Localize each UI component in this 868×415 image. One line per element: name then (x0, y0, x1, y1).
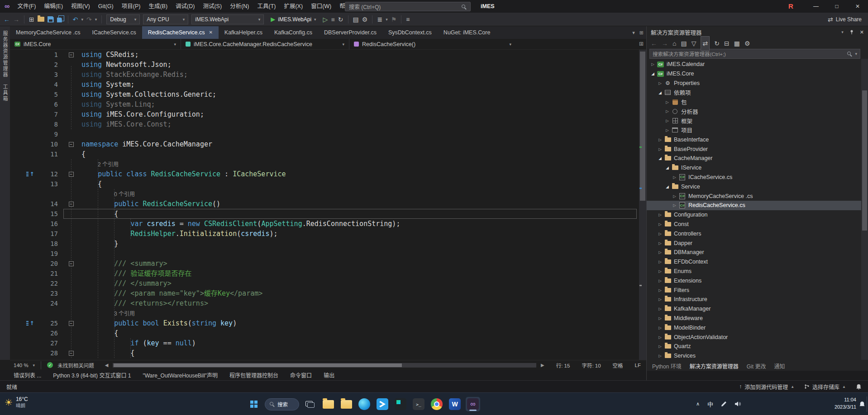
code-editor[interactable]: 1−using CSRedis;2using Newtonsoft.Json;3… (10, 50, 639, 360)
code-text[interactable]: public RedisCacheService() (76, 199, 639, 209)
tree-item[interactable]: ▷KafkaManager (647, 304, 862, 314)
open-folder-icon[interactable] (38, 17, 44, 22)
pycharm-button[interactable] (393, 397, 408, 411)
bottom-tab-1[interactable]: 错误列表 ... (14, 371, 41, 379)
tree-item[interactable]: ▷Quartz (647, 342, 862, 351)
breakpoint-margin[interactable] (10, 249, 24, 259)
taskbar-search[interactable]: 搜索 (265, 398, 299, 410)
scrollbar-thumb[interactable] (862, 90, 867, 231)
menu-item-5[interactable]: 项目(P) (118, 3, 145, 9)
expanded-arrow-icon[interactable]: ◢ (664, 184, 671, 189)
collapsed-arrow-icon[interactable]: ▷ (657, 335, 663, 340)
code-text[interactable]: using Newtonsoft.Json; (76, 60, 639, 70)
back-icon[interactable]: ← (651, 37, 657, 50)
fold-collapse-icon[interactable]: − (69, 351, 74, 356)
panel-tab-1[interactable]: Python 环境 (652, 362, 682, 370)
navigate-forward-icon[interactable]: → (13, 13, 19, 26)
indentation-label[interactable]: 空格 (613, 362, 623, 369)
line-ending-label[interactable]: LF (635, 363, 641, 368)
code-text[interactable]: { (76, 348, 639, 358)
code-text[interactable]: { (76, 149, 639, 159)
menu-item-9[interactable]: 分析(N) (226, 3, 253, 9)
r-app-icon[interactable]: R (788, 0, 793, 13)
file-explorer-button[interactable] (321, 397, 335, 411)
problems-status-label[interactable]: 未找到相关问题 (57, 362, 94, 369)
tree-item[interactable]: ▷项目 (647, 126, 862, 135)
menu-item-1[interactable]: 文件(F) (13, 3, 40, 9)
bottom-tab-5[interactable]: 命令窗口 (290, 371, 312, 379)
pin-icon[interactable] (849, 29, 854, 35)
code-text[interactable]: 3 个引用 (76, 308, 639, 318)
bookmark-icon[interactable]: ⚑ (391, 13, 397, 26)
collapsed-arrow-icon[interactable]: ▷ (657, 278, 663, 283)
chevron-down-icon[interactable]: ▾ (386, 17, 388, 22)
pending-changes-filter-icon[interactable]: ▽ (692, 37, 696, 50)
code-text[interactable] (76, 129, 639, 139)
collapsed-arrow-icon[interactable]: ▷ (657, 344, 663, 349)
collapsed-arrow-icon[interactable]: ▷ (657, 259, 663, 264)
collapsed-arrow-icon[interactable]: ▷ (657, 81, 663, 85)
collapsed-arrow-icon[interactable]: ▷ (671, 203, 678, 208)
breakpoint-margin[interactable] (10, 99, 24, 109)
collapsed-arrow-icon[interactable]: ▷ (657, 307, 663, 311)
collapsed-arrow-icon[interactable]: ▷ (657, 222, 663, 226)
collapsed-arrow-icon[interactable]: ▷ (657, 147, 663, 151)
split-editor-icon[interactable]: ⊞ (639, 41, 644, 47)
zoom-level-dropdown[interactable]: 140 % (14, 363, 29, 368)
horizontal-scrollbar[interactable] (113, 363, 536, 368)
breakpoint-margin[interactable] (10, 109, 24, 119)
collapsed-arrow-icon[interactable]: ▷ (657, 231, 663, 236)
menu-item-4[interactable]: Git(G) (94, 3, 118, 9)
tree-item[interactable]: ▷Infrastructure (647, 295, 862, 304)
home-icon[interactable]: ⌂ (672, 37, 676, 50)
doc-tab-8[interactable]: NuGet: iMES.Core (438, 26, 496, 39)
codelens-references[interactable]: 0 个引用 (114, 189, 135, 199)
tree-item[interactable]: ▷框架 (647, 116, 862, 126)
breakpoint-margin[interactable] (10, 50, 24, 60)
solution-explorer-scrollbar[interactable] (861, 59, 868, 360)
refresh-icon[interactable]: ↻ (714, 37, 720, 50)
tree-item[interactable]: ▷Services (647, 351, 862, 361)
collapsed-arrow-icon[interactable]: ▷ (671, 175, 678, 179)
scrollbar-thumb[interactable] (640, 52, 645, 201)
tree-item[interactable]: ◢IService (647, 163, 862, 173)
solution-platform-dropdown[interactable]: Any CPU ▾ (143, 14, 188, 24)
breakpoint-margin[interactable] (10, 328, 24, 338)
menu-item-10[interactable]: 工具(T) (253, 3, 280, 9)
fold-collapse-icon[interactable]: − (69, 172, 74, 177)
close-icon[interactable]: ✕ (860, 29, 864, 35)
collapsed-arrow-icon[interactable]: ▷ (664, 100, 671, 104)
tree-item[interactable]: ▷⚙Properties (647, 79, 862, 88)
fold-collapse-icon[interactable]: − (69, 202, 74, 207)
panel-tab-2[interactable]: 解决方案资源管理器 (690, 362, 739, 370)
bottom-tab-6[interactable]: 输出 (324, 371, 334, 379)
collapsed-arrow-icon[interactable]: ▷ (649, 62, 656, 66)
code-text[interactable]: 2 个引用 (76, 159, 639, 169)
fold-margin[interactable]: − (66, 50, 76, 60)
breakpoint-margin[interactable] (10, 219, 24, 229)
fold-margin[interactable]: − (66, 348, 76, 358)
panel-tab-3[interactable]: Git 更改 (747, 362, 766, 370)
folder-button[interactable] (339, 397, 353, 411)
hidden-icons-chevron[interactable]: ∧ (696, 401, 700, 407)
breakpoint-margin[interactable] (10, 119, 24, 129)
tree-item[interactable]: ▷C#RedisCacheService.cs (647, 201, 862, 210)
quick-search-box[interactable]: 搜索 (Ctrl+Q) (345, 2, 471, 11)
startup-project-dropdown[interactable]: iMES.WebApi ▾ (191, 14, 264, 24)
tree-item[interactable]: ▷Extensions (647, 276, 862, 285)
tree-item[interactable]: ◢C#iMES.Core (647, 69, 862, 79)
maximize-button[interactable]: □ (826, 0, 847, 13)
close-button[interactable]: ✕ (847, 0, 868, 13)
taskbar-clock[interactable]: 11:04 2023/3/11 (835, 396, 856, 411)
breakpoint-margin[interactable] (10, 129, 24, 139)
close-icon[interactable]: ✕ (209, 26, 212, 39)
collapsed-arrow-icon[interactable]: ▷ (664, 109, 671, 113)
code-text[interactable]: using System; (76, 80, 639, 90)
breakpoint-margin[interactable] (10, 90, 24, 99)
collapsed-arrow-icon[interactable]: ▷ (657, 212, 663, 217)
code-text[interactable]: /// 验证缓存项是否存在 (76, 269, 639, 278)
visual-studio-button[interactable]: ∞ (466, 397, 480, 411)
inheritance-margin-icon[interactable]: ↑ (24, 318, 36, 328)
tree-item[interactable]: ▷C#MemoryCacheService .cs (647, 191, 862, 201)
tree-item[interactable]: ▷分析器 (647, 107, 862, 116)
